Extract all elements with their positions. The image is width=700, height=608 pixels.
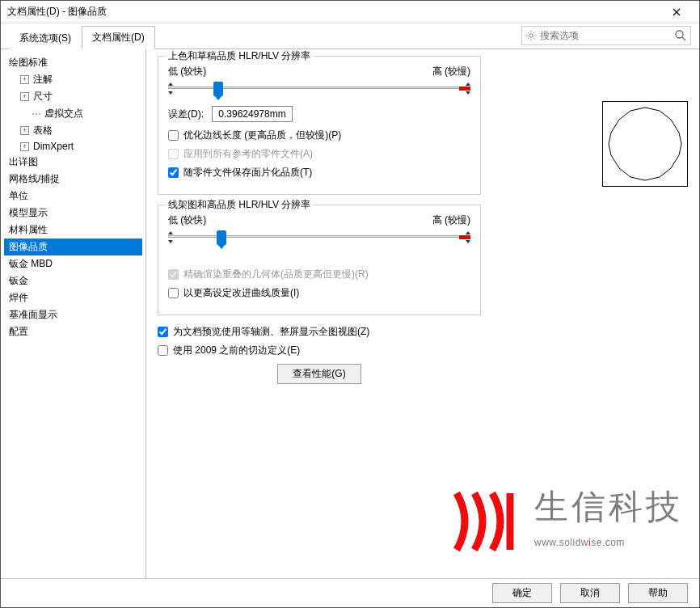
help-button[interactable]: 帮助 xyxy=(628,583,688,603)
window-title: 文档属性(D) - 图像品质 xyxy=(7,5,660,19)
expander-icon[interactable]: + xyxy=(20,92,29,101)
wireframe-quality-slider[interactable] xyxy=(168,229,470,248)
precise-render-checkbox: 精确渲染重叠的几何体(品质更高但更慢)(R) xyxy=(168,268,470,281)
preview-box xyxy=(602,101,688,187)
tree-item-单位[interactable]: 单位 xyxy=(4,188,142,205)
watermark: 生信科技 www.solidwise.com xyxy=(449,481,683,554)
close-button[interactable] xyxy=(660,2,693,23)
tree-item-尺寸[interactable]: +尺寸 xyxy=(4,88,142,105)
tree-item-出详图[interactable]: 出详图 xyxy=(4,154,142,171)
expander-icon[interactable]: + xyxy=(20,75,29,84)
shaded-quality-slider[interactable] xyxy=(168,80,470,99)
group-title: 线架图和高品质 HLR/HLV 分辨率 xyxy=(165,198,314,212)
svg-point-1 xyxy=(676,31,683,38)
svg-marker-2 xyxy=(609,108,681,180)
improve-curve-checkbox[interactable]: 以更高设定改进曲线质量(I) xyxy=(168,286,470,300)
wireframe-quality-group: 线架图和高品质 HLR/HLV 分辨率 低 (较快) 高 (较慢) 精确渲染重叠… xyxy=(158,205,481,315)
tree-item-DimXpert[interactable]: +DimXpert xyxy=(4,139,142,154)
high-label: 高 (较慢) xyxy=(432,213,470,227)
optimize-edge-checkbox[interactable]: 优化边线长度 (更高品质，但较慢)(P) xyxy=(168,129,470,142)
preview-circle-icon xyxy=(606,105,684,183)
gear-icon xyxy=(525,30,537,41)
tab-document-properties[interactable]: 文档属性(D) xyxy=(82,26,155,49)
tree-item-虚拟交点[interactable]: ⋯虚拟交点 xyxy=(4,105,142,122)
isometric-preview-checkbox[interactable]: 为文档预览使用等轴测、整屏显示全图视图(Z) xyxy=(158,325,688,339)
tree-item-图像品质[interactable]: 图像品质 xyxy=(4,239,142,255)
group-title: 上色和草稿品质 HLR/HLV 分辨率 xyxy=(165,49,314,63)
svg-point-0 xyxy=(529,34,533,37)
tree-item-模型显示[interactable]: 模型显示 xyxy=(4,205,142,222)
expander-icon[interactable]: + xyxy=(20,142,29,151)
cancel-button[interactable]: 取消 xyxy=(560,583,620,603)
tree-item-注解[interactable]: +注解 xyxy=(4,71,142,88)
tree-item-材料属性[interactable]: 材料属性 xyxy=(4,222,142,239)
low-label: 低 (较快) xyxy=(168,213,206,227)
watermark-cn: 生信科技 xyxy=(534,484,683,530)
expander-icon[interactable]: + xyxy=(20,126,29,135)
low-label: 低 (较快) xyxy=(168,65,206,78)
tree-item-钣金 MBD[interactable]: 钣金 MBD xyxy=(4,255,142,272)
shaded-quality-group: 上色和草稿品质 HLR/HLV 分辨率 低 (较快) 高 (较慢) 误差(D):… xyxy=(158,56,481,195)
pre2009-tangent-checkbox[interactable]: 使用 2009 之前的切边定义(E) xyxy=(158,344,688,357)
logo-icon xyxy=(449,481,521,554)
tree-item-基准面显示[interactable]: 基准面显示 xyxy=(4,306,142,323)
view-performance-button[interactable]: 查看性能(G) xyxy=(277,364,361,384)
save-tessellation-checkbox[interactable]: 随零件文件保存面片化品质(T) xyxy=(168,166,470,179)
apply-all-checkbox: 应用到所有参考的零件文件(A) xyxy=(168,147,470,161)
search-box[interactable] xyxy=(521,26,691,45)
deviation-label: 误差(D): xyxy=(168,108,204,121)
tree-item-网格线/捕捉[interactable]: 网格线/捕捉 xyxy=(4,171,142,188)
nav-tree[interactable]: 绘图标准+注解+尺寸⋯虚拟交点+表格+DimXpert出详图网格线/捕捉单位模型… xyxy=(1,49,146,578)
tab-system-options[interactable]: 系统选项(S) xyxy=(9,27,82,49)
close-icon xyxy=(673,8,681,16)
tree-item-钣金[interactable]: 钣金 xyxy=(4,272,142,289)
search-icon[interactable] xyxy=(674,29,687,42)
tree-item-表格[interactable]: +表格 xyxy=(4,122,142,139)
deviation-input[interactable] xyxy=(212,106,293,122)
tree-item-焊件[interactable]: 焊件 xyxy=(4,289,142,306)
ok-button[interactable]: 确定 xyxy=(492,583,552,603)
tree-item-绘图标准[interactable]: 绘图标准 xyxy=(4,54,142,71)
search-input[interactable] xyxy=(540,30,674,41)
high-label: 高 (较慢) xyxy=(432,65,470,78)
watermark-url: www.solidwise.com xyxy=(534,530,683,551)
tree-item-配置[interactable]: 配置 xyxy=(4,323,142,340)
